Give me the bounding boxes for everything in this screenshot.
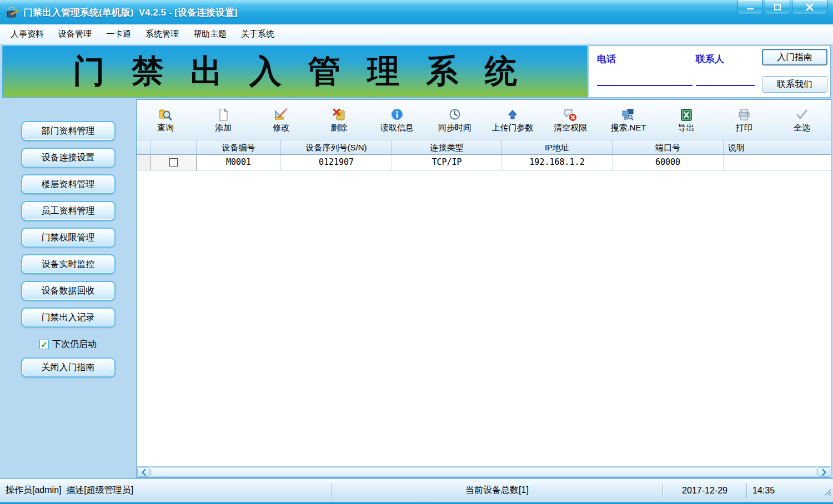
print-button[interactable]: 打印 [715, 107, 773, 133]
network-search-icon [621, 108, 635, 122]
cell-serial-no: 0121907 [281, 155, 392, 170]
scroll-right-button[interactable] [817, 467, 830, 477]
export-button[interactable]: 导出 [658, 107, 715, 133]
cell-conn-type: TCP/IP [392, 155, 502, 170]
contact-us-button[interactable]: 联系我们 [762, 76, 827, 93]
delete-button[interactable]: 删除 [310, 107, 368, 133]
status-time: 14:35 [747, 486, 821, 496]
cell-ip-address: 192.168.1.2 [502, 155, 613, 170]
tool-label: 添加 [215, 123, 232, 132]
contact-panel: 电话 联系人 入门指南 联系我们 [589, 46, 831, 98]
menu-help[interactable]: 帮助主题 [186, 25, 234, 43]
sidebar-item-employee[interactable]: 员工资料管理 [21, 201, 116, 221]
sidebar-item-floor[interactable]: 楼层资料管理 [21, 174, 116, 194]
startup-checkbox-row: 下次仍启动 [0, 334, 136, 354]
banner-row: 门禁出入管理系统 电话 联系人 入门指南 联系我们 [2, 46, 831, 98]
status-operator-info: 操作员[admin] 描述[超级管理员] [0, 485, 331, 496]
getting-started-button[interactable]: 入门指南 [762, 49, 827, 65]
header-checkbox-column [150, 140, 197, 154]
close-icon [806, 3, 814, 11]
table-row[interactable]: M0001 0121907 TCP/IP 192.168.1.2 60000 [137, 155, 831, 170]
clear-permission-button[interactable]: 清空权限 [541, 107, 599, 133]
close-guide-button[interactable]: 关闭入门指南 [21, 357, 116, 377]
guide-buttons: 入门指南 联系我们 [762, 49, 827, 93]
menu-device[interactable]: 设备管理 [51, 25, 99, 43]
sidebar-item-data-recycle[interactable]: 设备数据回收 [21, 281, 116, 301]
search-net-button[interactable]: 搜索.NET [599, 107, 657, 133]
scroll-left-button[interactable] [137, 467, 150, 477]
status-bar: 操作员[admin] 描述[超级管理员] 当前设备总数[1] 2017-12-2… [0, 478, 833, 502]
clear-permission-icon [563, 108, 578, 122]
tool-label: 清空权限 [554, 123, 587, 132]
read-info-button[interactable]: 读取信息 [368, 107, 426, 133]
header-device-no: 设备编号 [197, 140, 281, 154]
header-note: 说明 [724, 140, 831, 154]
table-empty-area [137, 170, 831, 466]
upload-arrow-icon [505, 108, 520, 122]
menu-personnel[interactable]: 人事资料 [3, 25, 51, 43]
contact-person-label: 联系人 [696, 53, 724, 65]
status-device-count: 当前设备总数[1] [332, 485, 663, 496]
horizontal-scrollbar [137, 466, 831, 477]
header-conn-type: 连接类型 [392, 140, 502, 154]
modify-button[interactable]: 修改 [252, 107, 310, 133]
header-serial-no: 设备序列号(S/N) [281, 140, 392, 154]
tool-label: 删除 [331, 123, 348, 132]
startup-checkbox-label: 下次仍启动 [52, 339, 97, 350]
query-button[interactable]: 查询 [137, 107, 194, 133]
window-controls [737, 0, 827, 15]
tool-label: 全选 [794, 123, 810, 132]
tool-label: 查询 [157, 123, 174, 132]
header-row-selector [137, 140, 150, 154]
header-ip-address: IP地址 [502, 140, 613, 154]
sidebar: 部门资料管理 设备连接设置 楼层资料管理 员工资料管理 门禁权限管理 设备实时监… [0, 99, 136, 478]
cell-device-no: M0001 [197, 155, 281, 170]
delete-icon [332, 108, 347, 122]
menu-system[interactable]: 系统管理 [138, 25, 186, 43]
menu-about[interactable]: 关于系统 [234, 25, 282, 43]
maximize-button[interactable] [765, 0, 790, 15]
tool-label: 上传门参数 [492, 123, 534, 132]
sidebar-item-realtime-monitor[interactable]: 设备实时监控 [21, 254, 116, 274]
startup-checkbox[interactable] [39, 340, 49, 349]
minimize-button[interactable] [737, 0, 763, 15]
minimize-icon [746, 4, 754, 10]
window-title: 门禁出入管理系统(单机版) V4.2.5 - [设备连接设置] [23, 6, 237, 19]
add-button[interactable]: 添加 [194, 107, 252, 133]
table-header: 设备编号 设备序列号(S/N) 连接类型 IP地址 端口号 说明 [137, 140, 831, 155]
select-all-button[interactable]: 全选 [773, 107, 831, 133]
clock-icon [448, 108, 462, 122]
scrollbar-track[interactable] [150, 467, 817, 477]
resize-grip[interactable] [821, 485, 832, 496]
sidebar-item-access-records[interactable]: 门禁出入记录 [21, 308, 116, 327]
row-selector[interactable] [137, 155, 150, 170]
row-checkbox-cell [150, 155, 197, 170]
sidebar-item-access-permission[interactable]: 门禁权限管理 [21, 228, 116, 248]
window-bottom-border [0, 502, 833, 504]
row-checkbox[interactable] [169, 158, 178, 167]
status-date: 2017-12-29 [663, 486, 746, 496]
tool-label: 打印 [736, 123, 752, 132]
phone-value-underline [597, 85, 693, 86]
upload-door-params-button[interactable]: 上传门参数 [484, 107, 541, 133]
info-icon [390, 108, 404, 122]
scrollbar-thumb[interactable] [151, 467, 816, 477]
cell-note [724, 155, 831, 170]
banner-title: 门禁出入管理系统 [2, 46, 588, 98]
content-panel: 查询 添加 修改 [136, 99, 831, 478]
tool-label: 修改 [273, 123, 289, 132]
menu-onecard[interactable]: 一卡通 [99, 25, 138, 43]
toolbar: 查询 添加 修改 [137, 100, 831, 140]
sync-time-button[interactable]: 同步时间 [426, 107, 484, 133]
sidebar-item-device-connection[interactable]: 设备连接设置 [21, 148, 116, 168]
edit-icon [274, 108, 288, 122]
excel-export-icon [679, 108, 694, 122]
menu-bar: 人事资料 设备管理 一卡通 系统管理 帮助主题 关于系统 [0, 24, 833, 44]
tool-label: 搜索.NET [610, 123, 646, 132]
titlebar: 门禁出入管理系统(单机版) V4.2.5 - [设备连接设置] [0, 0, 833, 24]
close-button[interactable] [792, 0, 827, 15]
select-all-check-icon [795, 108, 809, 122]
main-area: 部门资料管理 设备连接设置 楼层资料管理 员工资料管理 门禁权限管理 设备实时监… [0, 99, 833, 478]
contact-person-value-underline [696, 85, 755, 86]
sidebar-item-department[interactable]: 部门资料管理 [21, 121, 116, 141]
